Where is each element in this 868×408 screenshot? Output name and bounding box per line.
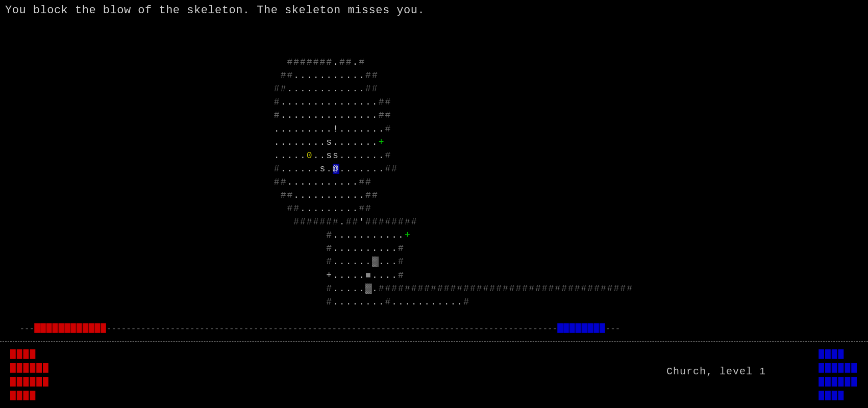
map-row: ##...........## <box>235 70 379 81</box>
hp-blue-row-1: ████ <box>819 348 858 362</box>
hp-row-2: ██████ <box>10 362 49 375</box>
map-row: ##............## <box>235 84 379 94</box>
game-container: You block the blow of the skeleton. The … <box>0 0 868 408</box>
hp-blue-row-2: ██████ <box>819 362 858 375</box>
map-row: #######.##'######## <box>235 217 418 227</box>
map-row: +.....■....# <box>235 270 405 280</box>
map-plus-green: + <box>379 137 385 147</box>
map-row: #........#...........# <box>235 297 470 307</box>
map-row: #......s.@.......## <box>235 164 398 174</box>
hp-blue-row-4: ████ <box>819 389 858 403</box>
map-hatching1: ░ <box>372 257 379 267</box>
message-text: You block the blow of the skeleton. The … <box>5 4 425 17</box>
map-row: ##...........## <box>235 177 372 187</box>
map-row: #.....░.################################… <box>235 284 633 294</box>
map-row: ##...........## <box>235 190 379 200</box>
status-left: ████ ██████ ██████ ████ <box>10 348 49 403</box>
map-row: ........s....... <box>235 137 379 147</box>
map-row: #...........+ <box>235 230 411 240</box>
message-bar: You block the blow of the skeleton. The … <box>0 0 868 21</box>
map-row: #######.##.# <box>235 57 365 67</box>
hp-bar-red: ████ ██████ ██████ ████ <box>10 348 49 403</box>
map-content: #######.##.# ##...........## ##.........… <box>235 56 633 322</box>
map-row: ##.........## <box>235 203 372 214</box>
hp-row-4: ████ <box>10 389 49 403</box>
map-row: .....0..ss.......# <box>235 150 391 161</box>
map-row: #..........# <box>235 243 405 253</box>
hp-bar-blue: ████ ██████ ██████ ████ <box>819 348 858 403</box>
map-row: #...............## <box>235 97 391 107</box>
status-right: ████ ██████ ██████ ████ <box>819 348 858 403</box>
player-char: @ <box>333 164 339 174</box>
divider-line-text: ---████████████-------------------------… <box>0 314 868 343</box>
map-zero-yellow: 0 <box>307 150 313 161</box>
hp-blue-row-3: ██████ <box>819 375 858 389</box>
map-row: #......░...# <box>235 257 405 267</box>
map-area: #######.##.# ##...........## ##.........… <box>0 31 868 347</box>
location-label: Church, level 1 <box>666 366 766 377</box>
location-text: Church, level 1 <box>666 366 766 377</box>
hp-row-1: ████ <box>10 348 49 362</box>
hp-row-3: ██████ <box>10 375 49 389</box>
map-hatching2: ░ <box>365 284 372 294</box>
map-square: ■ <box>365 270 372 280</box>
map-row: #...............## <box>235 110 391 120</box>
map-row: .........!.......# <box>235 124 391 134</box>
